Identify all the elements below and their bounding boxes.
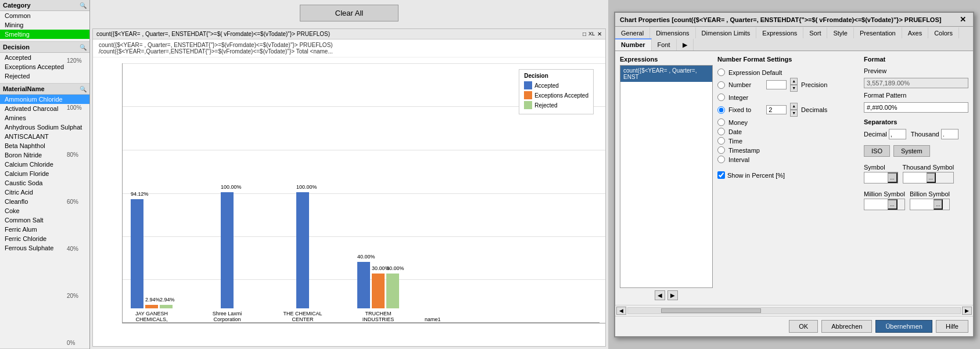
tab-expressions[interactable]: Expressions xyxy=(756,27,803,38)
cancel-button[interactable]: Abbrechen xyxy=(821,320,872,333)
symbol-input[interactable] xyxy=(864,172,888,183)
chart-controls: □ XL ✕ xyxy=(583,31,602,37)
expr-nav-left[interactable]: ◀ xyxy=(655,290,665,300)
radio-integer-input[interactable] xyxy=(717,93,725,101)
symbol-btn[interactable]: ... xyxy=(888,172,898,183)
tab-dimension-limits[interactable]: Dimension Limits xyxy=(696,27,757,38)
tab-colors[interactable]: Colors xyxy=(928,27,959,38)
legend-item-rejected: Rejected xyxy=(524,101,588,109)
thousand-input[interactable] xyxy=(941,129,959,139)
dialog-title: Chart Properties [count({$<YEAR= , Quart… xyxy=(620,16,941,23)
group-label-1: Shree Laxmi Corporation xyxy=(198,311,256,322)
bar-0-rejected: 2.94% xyxy=(160,305,173,308)
radio-number: Number ▲ ▼ Precision xyxy=(717,78,859,92)
legend-color-rejected xyxy=(524,101,532,109)
radio-expression-default-input[interactable] xyxy=(717,69,725,76)
decimals-label: Decimals xyxy=(801,106,827,113)
thousand-symbol-group: Thousand Symbol ... xyxy=(903,164,954,184)
category-search-icon[interactable]: 🔍 xyxy=(80,2,87,9)
bar-group-2: 100.00% THE CHEMICAL CENTER xyxy=(274,192,332,322)
tab-general[interactable]: General xyxy=(615,27,650,38)
category-item-smelting[interactable]: Smelting xyxy=(0,30,89,39)
radio-date-input[interactable] xyxy=(717,128,725,135)
expr-nav-right[interactable]: ▶ xyxy=(667,290,678,300)
iso-system-row: ISO System xyxy=(864,145,968,157)
group-label-4: name1 xyxy=(425,316,441,322)
expressions-list: count({$<YEAR= , Quarter=, ENST xyxy=(620,65,713,288)
fixed-spin-down[interactable]: ▼ xyxy=(790,110,798,117)
help-button[interactable]: Hilfe xyxy=(936,320,968,333)
scroll-right-arrow[interactable]: ▶ xyxy=(962,307,972,315)
group-label-0: JAY GANESH CHEMICALS, xyxy=(123,311,181,322)
category-item-mining[interactable]: Mining xyxy=(0,20,89,30)
preview-input[interactable] xyxy=(864,78,968,88)
expr-item-0[interactable]: count({$<YEAR= , Quarter=, ENST xyxy=(620,66,712,82)
fixed-spin-up[interactable]: ▲ xyxy=(790,103,798,110)
scroll-thumb xyxy=(661,308,761,313)
legend-item-exceptions: Exceptions Accepted xyxy=(524,91,588,99)
tab-axes[interactable]: Axes xyxy=(902,27,928,38)
system-button[interactable]: System xyxy=(893,145,930,157)
bar-2-accepted: 100.00% xyxy=(296,192,309,308)
radio-timestamp-input[interactable] xyxy=(717,146,725,154)
chart-title-text: count({$<YEAR= , Quarter=, ENSTEHDAT{">=… xyxy=(96,31,330,37)
tab-dimensions[interactable]: Dimensions xyxy=(650,27,695,38)
legend-item-accepted: Accepted xyxy=(524,81,588,89)
preview-label: Preview xyxy=(864,67,968,74)
chart-close-icon[interactable]: ✕ xyxy=(597,31,602,37)
tab-font[interactable]: Font xyxy=(652,38,677,51)
chart-legend: Decision Accepted Exceptions Accepted Re… xyxy=(519,69,594,114)
tab-style[interactable]: Style xyxy=(827,27,853,38)
bar-1-accepted: 100.00% xyxy=(221,192,234,308)
dialog-close-button[interactable]: ✕ xyxy=(957,15,968,24)
radio-number-input[interactable] xyxy=(717,81,725,89)
symbol-label: Symbol xyxy=(864,164,898,171)
fixed-value-input[interactable] xyxy=(766,105,787,114)
category-header: Category 🔍 xyxy=(0,0,89,11)
million-symbol-btn[interactable]: ... xyxy=(888,199,898,210)
radio-time-label: Time xyxy=(728,138,742,145)
tab-sort[interactable]: Sort xyxy=(803,27,827,38)
radio-fixed-label: Fixed to xyxy=(728,106,751,113)
format-title: Format xyxy=(864,56,968,63)
billion-symbol-btn[interactable]: ... xyxy=(934,199,943,210)
iso-button[interactable]: ISO xyxy=(864,145,890,157)
radio-interval-input[interactable] xyxy=(717,156,725,163)
format-pattern-input[interactable] xyxy=(864,102,968,113)
chart-area: 120% 100% 80% 60% 40% 20% 0% xyxy=(93,57,605,346)
show-percent-checkbox[interactable] xyxy=(717,171,725,179)
radio-money-input[interactable] xyxy=(717,118,725,126)
spin-down[interactable]: ▼ xyxy=(790,85,798,92)
bar-3-exceptions: 30.00% xyxy=(372,274,385,308)
decision-search-icon[interactable]: 🔍 xyxy=(80,44,87,51)
radio-date-label: Date xyxy=(728,128,742,135)
radio-fixed-input[interactable] xyxy=(717,106,725,114)
category-item-common[interactable]: Common xyxy=(0,11,89,20)
million-symbol-input[interactable] xyxy=(864,199,888,210)
clear-all-button[interactable]: Clear All xyxy=(300,5,399,21)
chart-xl-icon[interactable]: XL xyxy=(588,31,595,37)
precision-input[interactable] xyxy=(766,80,787,89)
symbol-input-row: ... xyxy=(864,172,898,184)
apply-button[interactable]: Übernehmen xyxy=(875,320,932,333)
thousand-symbol-btn[interactable]: ... xyxy=(927,172,936,183)
scroll-left-arrow[interactable]: ◀ xyxy=(616,307,626,315)
spin-up[interactable]: ▲ xyxy=(790,78,798,85)
thousand-symbol-input-row: ... xyxy=(903,172,954,184)
thousand-symbol-input[interactable] xyxy=(903,172,927,183)
billion-symbol-group: Billion Symbol ... xyxy=(910,190,950,210)
chart-title-bar: count({$<YEAR= , Quarter=, ENSTEHDAT{">=… xyxy=(93,29,605,39)
tab-number[interactable]: Number xyxy=(615,38,652,51)
tab-more[interactable]: ▶ xyxy=(677,38,694,51)
tab-presentation[interactable]: Presentation xyxy=(854,27,902,38)
decimal-input[interactable] xyxy=(889,129,906,139)
bar-group-3: 40.00% 30.00% 30.00% TRUCHEM INDUSTRIES xyxy=(349,262,407,322)
radio-time-input[interactable] xyxy=(717,137,725,145)
dialog-tabs: General Dimensions Dimension Limits Expr… xyxy=(615,27,973,51)
thousand-symbol-label: Thousand Symbol xyxy=(903,164,954,171)
chart-maximize-icon[interactable]: □ xyxy=(583,31,586,37)
scroll-track[interactable] xyxy=(627,307,961,314)
billion-symbol-label: Billion Symbol xyxy=(910,190,950,197)
ok-button[interactable]: OK xyxy=(789,320,818,333)
billion-symbol-input[interactable] xyxy=(910,199,934,210)
